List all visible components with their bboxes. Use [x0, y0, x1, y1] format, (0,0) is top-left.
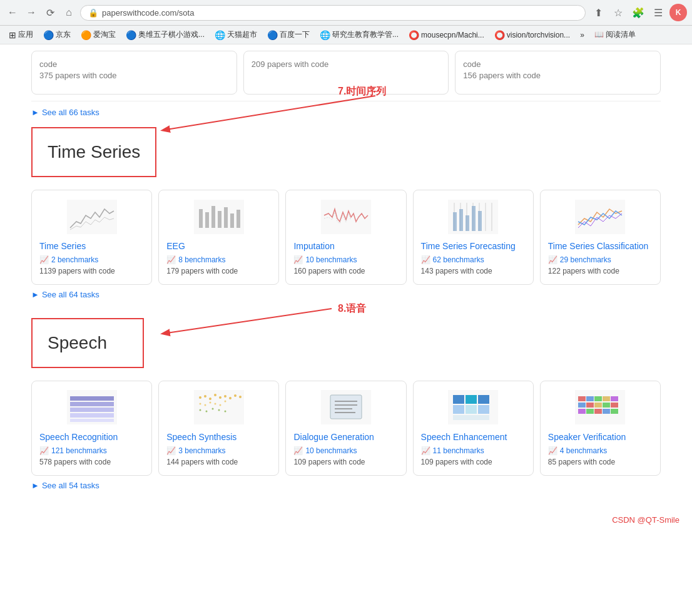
bookmark-label: 爱淘宝	[93, 29, 116, 40]
svg-rect-3	[199, 209, 203, 228]
bookmark-baidu[interactable]: 🔵 百度一下	[263, 28, 313, 41]
svg-point-45	[214, 403, 216, 405]
dialogue-generation-thumbnail	[293, 389, 398, 426]
card-speaker-verification[interactable]: Speaker Verification 📈 4 benchmarks 85 p…	[540, 381, 661, 476]
annotation-8-container: 8.语音	[156, 299, 407, 343]
card-time-series-papers: 1139 papers with code	[39, 266, 144, 277]
card-time-series[interactable]: Time Series 📈 2 benchmarks 1139 papers w…	[31, 190, 152, 285]
bookmark-more[interactable]: »	[576, 29, 588, 41]
bookmarks-bar: ⊞ 应用 🔵 京东 🟠 爱淘宝 🔵 奥维五子棋小游戏... 🌐 天猫超市 🔵 百…	[0, 26, 692, 44]
svg-rect-79	[586, 409, 594, 414]
top-card-3-count: 156 papers with code	[463, 70, 653, 81]
speech-title-box: Speech	[31, 318, 144, 368]
svg-rect-76	[603, 403, 610, 408]
svg-rect-23	[478, 211, 482, 231]
forward-button[interactable]: →	[24, 5, 39, 20]
bookmark-label: 天猫超市	[227, 29, 257, 40]
svg-line-0	[163, 96, 375, 130]
benchmark-icon-9: 📈	[421, 446, 430, 455]
bookmark-jd[interactable]: 🔵 京东	[39, 28, 74, 41]
card-dialogue-generation[interactable]: Dialogue Generation 📈 10 benchmarks 109 …	[285, 381, 406, 476]
bookmark-reader[interactable]: 📖 阅读清单	[591, 28, 639, 41]
svg-rect-28	[70, 402, 114, 406]
card-ts-forecasting-title: Time Series Forecasting	[421, 240, 526, 252]
card-speech-synthesis-papers: 144 papers with code	[166, 457, 271, 468]
svg-rect-21	[466, 215, 469, 231]
card-ts-forecasting[interactable]: Time Series Forecasting 📈 62 benchmarks …	[413, 190, 534, 285]
watermark: CSDN @QT-Smile	[0, 509, 692, 531]
bookmark-research[interactable]: 🌐 研究生教育教学管...	[316, 28, 402, 41]
card-eeg-title: EEG	[166, 240, 271, 252]
bookmark-mouse[interactable]: ⭕ mousecpn/Machi...	[405, 29, 488, 41]
top-card-1[interactable]: code 375 papers with code	[31, 51, 237, 95]
svg-rect-72	[611, 396, 618, 401]
card-time-series-benchmarks: 📈 2 benchmarks	[39, 255, 144, 264]
back-button[interactable]: ←	[5, 5, 20, 20]
svg-rect-60	[453, 395, 464, 404]
chevron-right-icon-1: ►	[31, 108, 39, 117]
speech-recognition-thumbnail	[39, 389, 144, 426]
svg-point-39	[229, 397, 232, 399]
svg-point-38	[224, 395, 226, 398]
address-bar[interactable]: 🔒 paperswithcode.com/sota	[80, 5, 586, 21]
card-imputation-benchmarks: 📈 10 benchmarks	[293, 255, 398, 264]
see-all-54-link[interactable]: ► See all 54 tasks	[31, 481, 661, 490]
bookmark-label: 研究生教育教学管...	[332, 29, 399, 40]
speech-enhancement-thumb-svg	[448, 390, 498, 424]
benchmark-icon-5: 📈	[548, 255, 557, 264]
card-eeg-benchmarks: 📈 8 benchmarks	[166, 255, 271, 264]
svg-rect-63	[453, 405, 464, 414]
card-speech-synthesis[interactable]: Speech Synthesis 📈 3 benchmarks 144 pape…	[158, 381, 279, 476]
bookmark-chess[interactable]: 🔵 奥维五子棋小游戏...	[122, 28, 208, 41]
card-speech-synthesis-benchmarks: 📈 3 benchmarks	[166, 446, 271, 455]
svg-rect-64	[466, 405, 477, 414]
svg-rect-65	[478, 405, 489, 414]
top-card-3[interactable]: code 156 papers with code	[455, 51, 661, 95]
browser-chrome: ← → ⟳ ⌂ 🔒 paperswithcode.com/sota ⬆ ☆ 🧩 …	[0, 0, 692, 26]
svg-point-52	[224, 411, 226, 413]
imputation-thumb-svg	[321, 200, 371, 234]
svg-rect-68	[578, 396, 586, 401]
card-eeg[interactable]: EEG 📈 8 benchmarks 179 papers with code	[158, 190, 279, 285]
speech-synthesis-thumbnail	[166, 389, 271, 426]
bookmark-tmall[interactable]: 🌐 天猫超市	[211, 28, 261, 41]
bookmark-apps[interactable]: ⊞ 应用	[5, 28, 37, 41]
card-speech-recognition[interactable]: Speech Recognition 📈 121 benchmarks 578 …	[31, 381, 152, 476]
svg-point-36	[214, 394, 216, 396]
svg-point-47	[224, 401, 226, 403]
svg-point-51	[218, 409, 220, 411]
url-text: paperswithcode.com/sota	[102, 8, 194, 18]
profile-avatar[interactable]: K	[669, 4, 687, 21]
baidu-icon: 🔵	[267, 30, 278, 40]
card-imputation-title: Imputation	[293, 240, 398, 252]
see-all-64-link[interactable]: ► See all 64 tasks	[31, 290, 661, 299]
annotation-8-arrow: 8.语音	[156, 299, 407, 343]
home-button[interactable]: ⌂	[61, 5, 76, 20]
github-icon-2: ⭕	[494, 30, 505, 40]
menu-icon[interactable]: ☰	[649, 4, 667, 21]
time-series-cards: Time Series 📈 2 benchmarks 1139 papers w…	[31, 190, 661, 285]
card-speech-enhancement[interactable]: Speech Enhancement 📈 11 benchmarks 109 p…	[413, 381, 534, 476]
star-icon[interactable]: ☆	[609, 4, 627, 21]
speech-recognition-thumb-svg	[67, 390, 117, 424]
card-imputation[interactable]: Imputation 📈 10 benchmarks 160 papers wi…	[285, 190, 406, 285]
svg-rect-74	[586, 403, 594, 408]
tmall-icon: 🌐	[215, 30, 225, 40]
bookmark-vision[interactable]: ⭕ vision/torchvision...	[491, 29, 574, 41]
speech-section: Speech 8.语音	[31, 318, 661, 490]
speech-title: Speech	[48, 333, 107, 353]
speech-synthesis-thumb-svg	[194, 390, 244, 424]
chevron-right-icon-2: ►	[31, 290, 39, 299]
card-ts-classification[interactable]: Time Series Classification 📈 29 benchmar…	[540, 190, 661, 285]
annotation-7-text: 7.时间序列	[338, 85, 386, 96]
svg-rect-75	[594, 403, 602, 408]
svg-rect-19	[453, 212, 457, 231]
card-eeg-papers: 179 papers with code	[166, 266, 271, 277]
card-speech-recognition-benchmarks: 📈 121 benchmarks	[39, 446, 144, 455]
jd-icon: 🔵	[43, 30, 54, 40]
reload-button[interactable]: ⟳	[43, 5, 58, 20]
extension-icon[interactable]: 🧩	[629, 4, 647, 21]
svg-point-44	[209, 402, 211, 404]
share-icon[interactable]: ⬆	[589, 4, 607, 21]
bookmark-taobao[interactable]: 🟠 爱淘宝	[77, 28, 120, 41]
